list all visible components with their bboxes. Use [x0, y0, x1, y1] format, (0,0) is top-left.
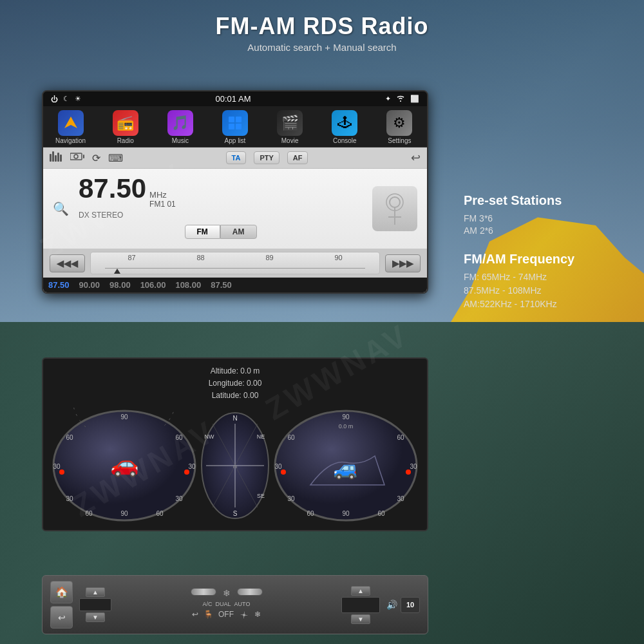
status-bar: ⏻ ☾ ☀ 00:01 AM ✦ ⬜: [43, 91, 427, 106]
radio2-icon[interactable]: ⟳: [92, 152, 100, 164]
compass-gauge: N S NW NE SE m: [200, 408, 270, 524]
climate-center-controls: ❄ A/C DUAL AUTO ↩ 🪑 OFF: [118, 588, 335, 622]
fm-freq-range-1: FM: 65MHz - 74MHz: [464, 272, 625, 282]
tuner-section: ◀◀◀ 87 88 89 90 ▶▶▶: [43, 249, 427, 278]
svg-rect-6: [50, 154, 52, 162]
svg-text:60: 60: [66, 434, 73, 441]
page-title-area: FM-AM RDS Radio Automatic search + Manua…: [0, 0, 644, 56]
search-icon[interactable]: 🔍: [53, 201, 69, 216]
vol-left-up-button[interactable]: ▲: [86, 587, 105, 597]
climate-seat-icon: 🪑: [204, 610, 213, 622]
preset-3[interactable]: 98.00: [109, 280, 131, 290]
preset-6[interactable]: 87.50: [211, 280, 232, 290]
vol-right-up-button[interactable]: ▲: [351, 586, 370, 596]
climate-back-button[interactable]: ↩: [50, 606, 73, 629]
nav-app-item[interactable]: Navigation: [48, 110, 93, 144]
preset-5[interactable]: 108.00: [175, 280, 201, 290]
tuner-line: [105, 268, 365, 269]
music-app-item[interactable]: 🎵 Music: [158, 110, 203, 144]
frequency-title: FM/AM Frequency: [464, 252, 625, 267]
altitude-label: Altitude: 0.0 m: [211, 366, 260, 375]
radio-app-icon: 📻: [113, 110, 138, 136]
pty-button[interactable]: PTY: [254, 151, 279, 164]
radio-display: 🔍 87.50 MHz FM1 01 DX STEREO FM AM: [43, 169, 427, 249]
svg-text:30: 30: [175, 495, 183, 502]
antenna-icon: [372, 186, 417, 231]
svg-text:S: S: [233, 510, 238, 517]
longitude-label: Longitude: 0.00: [209, 379, 262, 388]
movie-app-item[interactable]: 🎬 Movie: [267, 110, 312, 144]
svg-text:60: 60: [307, 510, 314, 517]
ac-label: A/C: [203, 601, 213, 607]
radio-app-item[interactable]: 📻 Radio: [103, 110, 148, 144]
keyboard-icon[interactable]: ⌨: [108, 152, 123, 164]
svg-rect-2: [229, 117, 234, 122]
svg-text:30: 30: [188, 463, 196, 470]
settings-app-item[interactable]: ⚙ Settings: [377, 110, 422, 144]
climate-fan-icon: [239, 610, 249, 622]
wifi-icon: [396, 95, 405, 103]
navigation-section: Altitude: 0.0 m Longitude: 0.00 Latitude…: [42, 357, 428, 531]
svg-rect-4: [229, 124, 234, 129]
usb-icon: ✦: [385, 95, 391, 103]
svg-point-30: [59, 469, 64, 475]
climate-vol-right: ▲ ▼: [341, 586, 380, 624]
vol-right-down-button[interactable]: ▼: [351, 614, 370, 624]
music-app-icon: 🎵: [167, 110, 193, 136]
vol-left-display: [79, 598, 111, 611]
scan-icon[interactable]: [70, 151, 84, 164]
tuner-bar: 87 88 89 90: [90, 252, 380, 274]
svg-text:60: 60: [377, 510, 385, 517]
climate-home-button[interactable]: 🏠: [50, 581, 73, 603]
frequency-value: 87.50: [79, 175, 146, 202]
radio-app-label: Radio: [117, 137, 134, 144]
svg-point-57: [406, 469, 411, 475]
nav-app-icon: [58, 110, 84, 136]
preset-2[interactable]: 90.00: [79, 280, 100, 290]
gauges-row: 90 60 60 30 30 30 30 90 60 60 🚗: [50, 408, 421, 524]
console-app-icon: 🕹: [332, 110, 357, 136]
scale-89: 89: [265, 254, 273, 261]
vol-left-down-button[interactable]: ▼: [86, 612, 105, 622]
svg-rect-10: [60, 155, 62, 162]
moon-icon: ☾: [63, 95, 70, 103]
fm-button[interactable]: FM: [185, 225, 220, 239]
brightness-icon: ☀: [75, 95, 81, 103]
frequency-section: FM/AM Frequency FM: 65MHz - 74MHz 87.5MH…: [464, 252, 625, 309]
dual-label: DUAL: [216, 601, 231, 607]
svg-text:60: 60: [156, 510, 164, 517]
console-app-item[interactable]: 🕹 Console: [322, 110, 367, 144]
climate-knob-2[interactable]: [237, 588, 263, 596]
preset-4[interactable]: 106.00: [140, 280, 166, 290]
svg-text:30: 30: [410, 463, 417, 470]
climate-bar: 🏠 ↩ ▲ ▼ ❄ A/C DUAL AUTO ↩ 🪑 OFF: [42, 575, 428, 634]
ta-button[interactable]: TA: [226, 151, 247, 164]
latitude-label: Latitude: 0.00: [212, 391, 259, 400]
svg-point-12: [74, 155, 78, 158]
climate-knobs: ❄: [118, 588, 335, 598]
gauge-2: 90 60 60 30 30 30 30 90 60 60 0.0 m 🚙: [272, 408, 420, 524]
back-button[interactable]: ↩: [411, 151, 421, 165]
applist-app-item[interactable]: App list: [213, 110, 258, 144]
svg-text:30: 30: [287, 495, 295, 502]
status-time: 00:01 AM: [216, 94, 251, 104]
tune-prev-button[interactable]: ◀◀◀: [50, 254, 85, 272]
right-info-panel: Pre-set Stations FM 3*6 AM 2*6 FM/AM Fre…: [464, 193, 625, 325]
climate-knob-1[interactable]: [191, 588, 216, 596]
nav-info: Altitude: 0.0 m Longitude: 0.00 Latitude…: [50, 365, 421, 402]
svg-text:90: 90: [342, 510, 350, 517]
preset-1[interactable]: 87.50: [48, 280, 70, 290]
preset-fm: FM 3*6: [464, 213, 625, 223]
equalizer-icon[interactable]: [50, 151, 62, 164]
off-label: OFF: [218, 610, 234, 622]
gauge-1: 90 60 60 30 30 30 30 90 60 60 🚗: [50, 408, 198, 524]
af-button[interactable]: AF: [287, 151, 308, 164]
svg-text:60: 60: [397, 434, 404, 441]
console-app-label: Console: [333, 137, 357, 144]
am-button[interactable]: AM: [220, 225, 257, 239]
climate-labels: A/C DUAL AUTO: [118, 601, 335, 607]
svg-rect-7: [52, 151, 54, 162]
tune-next-button[interactable]: ▶▶▶: [385, 254, 421, 272]
svg-text:60: 60: [175, 434, 183, 441]
app-nav: Navigation 📻 Radio 🎵 Music: [43, 106, 427, 147]
